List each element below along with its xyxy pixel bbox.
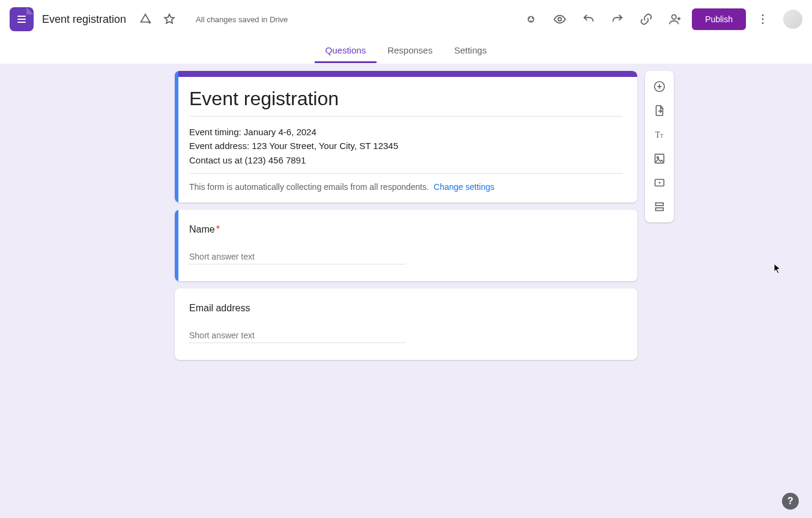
form-title[interactable]: Event registration xyxy=(189,88,623,117)
short-answer-placeholder: Short answer text xyxy=(189,331,405,343)
undo-icon[interactable] xyxy=(577,7,601,31)
svg-point-7 xyxy=(672,15,676,19)
svg-point-20 xyxy=(657,157,659,159)
svg-point-3 xyxy=(529,17,530,19)
svg-point-4 xyxy=(532,17,533,19)
question-title[interactable]: Name* xyxy=(189,224,623,235)
document-title[interactable]: Event registration xyxy=(42,13,126,26)
svg-point-6 xyxy=(558,17,562,21)
required-star: * xyxy=(216,224,220,234)
short-answer-placeholder: Short answer text xyxy=(189,252,405,264)
add-collaborator-icon[interactable] xyxy=(663,7,687,31)
form-header-card[interactable]: Event registration Event timing: January… xyxy=(175,71,637,203)
import-questions-icon[interactable] xyxy=(647,99,671,123)
account-avatar[interactable] xyxy=(783,10,802,29)
help-icon[interactable]: ? xyxy=(782,493,799,510)
add-question-icon[interactable] xyxy=(647,75,671,99)
theme-icon[interactable] xyxy=(519,7,543,31)
form-description[interactable]: Event timing: January 4-6, 2024 Event ad… xyxy=(189,125,623,174)
svg-point-5 xyxy=(530,20,532,22)
svg-point-12 xyxy=(762,22,764,24)
form-canvas: Event registration Event timing: January… xyxy=(0,64,812,367)
more-icon[interactable] xyxy=(751,7,775,31)
save-status: All changes saved in Drive xyxy=(196,15,288,24)
svg-point-10 xyxy=(762,14,764,16)
addon-icon[interactable] xyxy=(133,7,157,31)
svg-rect-24 xyxy=(656,208,664,211)
forms-logo[interactable] xyxy=(10,7,34,31)
tab-settings[interactable]: Settings xyxy=(443,45,497,63)
svg-marker-22 xyxy=(659,181,661,184)
collect-email-notice: This form is automatically collecting em… xyxy=(189,174,623,192)
svg-rect-23 xyxy=(656,203,664,206)
star-icon[interactable] xyxy=(157,7,181,31)
top-bar: Event registration All changes saved in … xyxy=(0,0,812,38)
question-card-email[interactable]: Email address Short answer text xyxy=(175,288,637,360)
add-video-icon[interactable] xyxy=(647,171,671,195)
side-toolbar: TT xyxy=(645,71,674,222)
redo-icon[interactable] xyxy=(605,7,629,31)
question-card-name[interactable]: Name* Short answer text xyxy=(175,210,637,281)
tab-questions[interactable]: Questions xyxy=(315,45,377,63)
tabs-bar: Questions Responses Settings xyxy=(0,38,812,64)
change-settings-link[interactable]: Change settings xyxy=(434,182,494,192)
publish-button[interactable]: Publish xyxy=(692,8,746,30)
add-section-icon[interactable] xyxy=(647,195,671,219)
link-icon[interactable] xyxy=(634,7,658,31)
tab-responses[interactable]: Responses xyxy=(377,45,443,63)
add-title-icon[interactable]: TT xyxy=(647,123,671,147)
svg-point-11 xyxy=(762,19,764,20)
question-title[interactable]: Email address xyxy=(189,303,623,314)
svg-text:T: T xyxy=(660,133,664,139)
preview-icon[interactable] xyxy=(548,7,572,31)
add-image-icon[interactable] xyxy=(647,147,671,171)
